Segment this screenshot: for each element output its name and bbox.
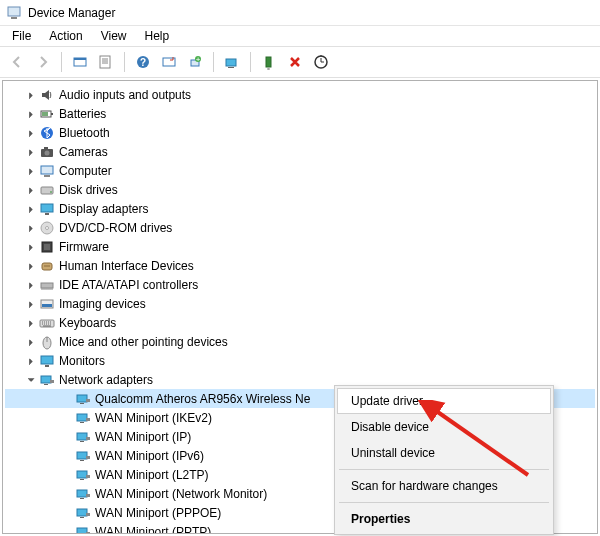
tree-category[interactable]: ⏵Batteries <box>5 104 595 123</box>
computer-icon <box>39 163 55 179</box>
svg-rect-54 <box>77 433 87 440</box>
tree-category[interactable]: ⏵Mice and other pointing devices <box>5 332 595 351</box>
category-label: Cameras <box>59 145 108 159</box>
expand-icon[interactable]: ⏵ <box>25 336 37 348</box>
svg-rect-20 <box>42 112 48 116</box>
network-adapter-icon <box>75 448 91 464</box>
svg-rect-62 <box>86 475 90 478</box>
toolbar: ? + <box>0 46 600 78</box>
svg-rect-53 <box>86 418 90 421</box>
category-label: Audio inputs and outputs <box>59 88 191 102</box>
expand-icon[interactable]: ⏵ <box>25 279 37 291</box>
context-menu-item[interactable]: Uninstall device <box>337 440 551 466</box>
context-menu-item[interactable]: Update driver <box>337 388 551 414</box>
svg-rect-37 <box>41 283 53 288</box>
device-label: WAN Miniport (PPTP) <box>95 525 211 535</box>
expand-icon[interactable]: ⏵ <box>25 222 37 234</box>
svg-rect-29 <box>41 204 53 212</box>
svg-rect-47 <box>50 380 54 383</box>
display-icon <box>39 201 55 217</box>
tree-category[interactable]: ⏵Bluetooth <box>5 123 595 142</box>
context-menu-item[interactable]: Disable device <box>337 414 551 440</box>
svg-rect-69 <box>77 528 87 535</box>
tree-category[interactable]: ⏵Monitors <box>5 351 595 370</box>
svg-rect-19 <box>51 113 53 115</box>
menu-help[interactable]: Help <box>137 28 178 44</box>
expand-icon[interactable]: ⏵ <box>25 260 37 272</box>
enable-device-button[interactable] <box>258 51 280 73</box>
expand-icon[interactable]: ⏵ <box>25 184 37 196</box>
svg-text:?: ? <box>140 57 146 68</box>
delete-button[interactable] <box>284 51 306 73</box>
svg-rect-15 <box>228 67 234 68</box>
context-menu-item[interactable]: Properties <box>337 506 551 532</box>
category-label: DVD/CD-ROM drives <box>59 221 172 235</box>
mouse-icon <box>39 334 55 350</box>
help-button[interactable]: ? <box>132 51 154 73</box>
expand-icon[interactable]: ⏵ <box>25 298 37 310</box>
battery-icon <box>39 106 55 122</box>
svg-rect-3 <box>74 58 86 60</box>
tree-category[interactable]: ⏵DVD/CD-ROM drives <box>5 218 595 237</box>
svg-rect-66 <box>77 509 87 516</box>
scan-hardware-button[interactable] <box>310 51 332 73</box>
svg-rect-57 <box>77 452 87 459</box>
tree-category[interactable]: ⏵Computer <box>5 161 595 180</box>
svg-rect-0 <box>8 7 20 16</box>
svg-rect-25 <box>41 166 53 174</box>
network-adapter-icon <box>75 467 91 483</box>
svg-rect-43 <box>41 356 53 364</box>
expand-icon[interactable]: ⏵ <box>25 165 37 177</box>
add-legacy-button[interactable]: + <box>184 51 206 73</box>
properties-button[interactable] <box>95 51 117 73</box>
expand-icon[interactable]: ⏵ <box>25 89 37 101</box>
update-driver-button[interactable] <box>221 51 243 73</box>
tree-category[interactable]: ⏵Cameras <box>5 142 595 161</box>
imaging-icon <box>39 296 55 312</box>
svg-rect-61 <box>80 479 84 480</box>
tree-category[interactable]: ⏵IDE ATA/ATAPI controllers <box>5 275 595 294</box>
expand-icon[interactable]: ⏵ <box>25 317 37 329</box>
network-adapter-icon <box>75 410 91 426</box>
back-button[interactable] <box>6 51 28 73</box>
keyboard-icon <box>39 315 55 331</box>
tree-category[interactable]: ⏵Display adapters <box>5 199 595 218</box>
tree-category[interactable]: ⏵Human Interface Devices <box>5 256 595 275</box>
tree-category[interactable]: ⏵Disk drives <box>5 180 595 199</box>
collapse-icon[interactable]: ⏷ <box>25 374 37 386</box>
svg-rect-4 <box>100 56 110 68</box>
refresh-view-button[interactable] <box>158 51 180 73</box>
device-label: WAN Miniport (Network Monitor) <box>95 487 267 501</box>
forward-button[interactable] <box>32 51 54 73</box>
expand-icon[interactable]: ⏵ <box>25 146 37 158</box>
category-label: Monitors <box>59 354 105 368</box>
network-icon <box>39 372 55 388</box>
svg-rect-46 <box>44 384 48 385</box>
expand-icon[interactable]: ⏵ <box>25 108 37 120</box>
menu-action[interactable]: Action <box>41 28 90 44</box>
expand-icon[interactable]: ⏵ <box>25 203 37 215</box>
svg-rect-51 <box>77 414 87 421</box>
svg-rect-14 <box>226 59 236 66</box>
expand-icon[interactable]: ⏵ <box>25 127 37 139</box>
tree-category[interactable]: ⏵Keyboards <box>5 313 595 332</box>
tree-category[interactable]: ⏵Audio inputs and outputs <box>5 85 595 104</box>
svg-rect-1 <box>11 17 17 19</box>
menu-file[interactable]: File <box>4 28 39 44</box>
svg-rect-49 <box>80 403 84 404</box>
network-adapter-icon <box>75 505 91 521</box>
tree-category[interactable]: ⏵Imaging devices <box>5 294 595 313</box>
expand-icon[interactable]: ⏵ <box>25 241 37 253</box>
category-label: Display adapters <box>59 202 148 216</box>
expand-icon[interactable]: ⏵ <box>25 355 37 367</box>
menu-view[interactable]: View <box>93 28 135 44</box>
tree-category[interactable]: ⏵Firmware <box>5 237 595 256</box>
network-adapter-icon <box>75 524 91 535</box>
titlebar: Device Manager <box>0 0 600 26</box>
svg-rect-63 <box>77 490 87 497</box>
device-label: Qualcomm Atheros AR956x Wireless Ne <box>95 392 310 406</box>
show-hidden-button[interactable] <box>69 51 91 73</box>
context-menu-item[interactable]: Scan for hardware changes <box>337 473 551 499</box>
category-label: Bluetooth <box>59 126 110 140</box>
category-label: Imaging devices <box>59 297 146 311</box>
